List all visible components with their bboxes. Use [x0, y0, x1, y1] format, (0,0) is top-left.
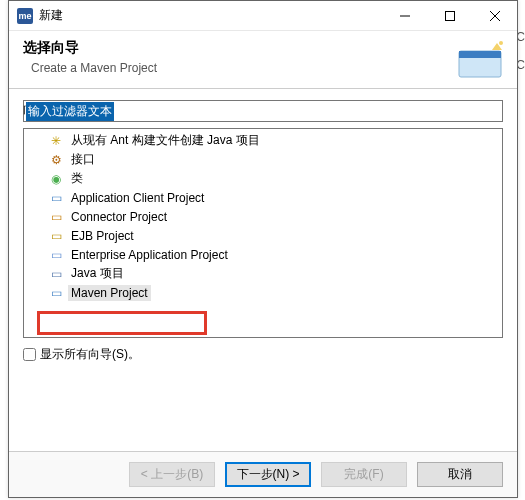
svg-point-7	[499, 41, 503, 45]
tree-item[interactable]: ▭Connector Project	[24, 207, 502, 226]
tree-item-label: Connector Project	[68, 209, 170, 225]
filter-input[interactable]: 输入过滤器文本	[23, 100, 503, 122]
tree-item-label: Maven Project	[68, 285, 151, 301]
svg-rect-5	[459, 51, 501, 58]
next-button[interactable]: 下一步(N) >	[225, 462, 311, 487]
project-icon: ▭	[48, 228, 64, 244]
close-button[interactable]	[472, 1, 517, 31]
show-all-row: 显示所有向导(S)。	[23, 346, 503, 363]
project-icon: ◉	[48, 171, 64, 187]
project-icon: ▭	[48, 285, 64, 301]
svg-rect-1	[445, 11, 454, 20]
tree-item[interactable]: ◉类	[24, 169, 502, 188]
tree-item-label: EJB Project	[68, 228, 137, 244]
header-subtitle: Create a Maven Project	[31, 61, 503, 75]
tree-item-label: Enterprise Application Project	[68, 247, 231, 263]
back-button[interactable]: < 上一步(B)	[129, 462, 215, 487]
dialog-content: 向导(W): 输入过滤器文本 ✳从现有 Ant 构建文件创建 Java 项目⚙接…	[9, 89, 517, 363]
window-title: 新建	[39, 7, 382, 24]
tree-item-label: Application Client Project	[68, 190, 207, 206]
button-bar: < 上一步(B) 下一步(N) > 完成(F) 取消	[9, 451, 517, 497]
project-icon: ▭	[48, 190, 64, 206]
tree-item[interactable]: ▭Java 项目	[24, 264, 502, 283]
show-all-checkbox[interactable]	[23, 348, 36, 361]
wizard-banner-icon	[453, 37, 507, 85]
minimize-button[interactable]	[382, 1, 427, 31]
project-icon: ▭	[48, 247, 64, 263]
show-all-label: 显示所有向导(S)。	[40, 346, 140, 363]
tree-item-label: 接口	[68, 150, 98, 169]
project-icon: ▭	[48, 209, 64, 225]
project-icon: ▭	[48, 266, 64, 282]
tree-item-label: 从现有 Ant 构建文件创建 Java 项目	[68, 131, 263, 150]
filter-text-selected: 输入过滤器文本	[26, 102, 114, 121]
project-icon: ✳	[48, 133, 64, 149]
tree-item[interactable]: ▭Enterprise Application Project	[24, 245, 502, 264]
tree-item-label: Java 项目	[68, 264, 127, 283]
dialog-header: 选择向导 Create a Maven Project	[9, 31, 517, 89]
tree-item[interactable]: ✳从现有 Ant 构建文件创建 Java 项目	[24, 131, 502, 150]
tree-item[interactable]: ▭EJB Project	[24, 226, 502, 245]
tree-item-label: 类	[68, 169, 86, 188]
tree-item[interactable]: ▭Maven Project	[24, 283, 502, 302]
tree-item[interactable]: ▭Application Client Project	[24, 188, 502, 207]
tree-item[interactable]: ⚙接口	[24, 150, 502, 169]
project-icon: ⚙	[48, 152, 64, 168]
minimize-icon	[400, 11, 410, 21]
header-title: 选择向导	[23, 39, 503, 57]
maximize-icon	[445, 11, 455, 21]
cancel-button[interactable]: 取消	[417, 462, 503, 487]
close-icon	[490, 11, 500, 21]
finish-button[interactable]: 完成(F)	[321, 462, 407, 487]
dialog-window: me 新建 选择向导 Create a Maven Project 向导(W):…	[8, 0, 518, 498]
maximize-button[interactable]	[427, 1, 472, 31]
app-icon: me	[17, 8, 33, 24]
titlebar: me 新建	[9, 1, 517, 31]
wizard-tree[interactable]: ✳从现有 Ant 构建文件创建 Java 项目⚙接口◉类▭Application…	[23, 128, 503, 338]
